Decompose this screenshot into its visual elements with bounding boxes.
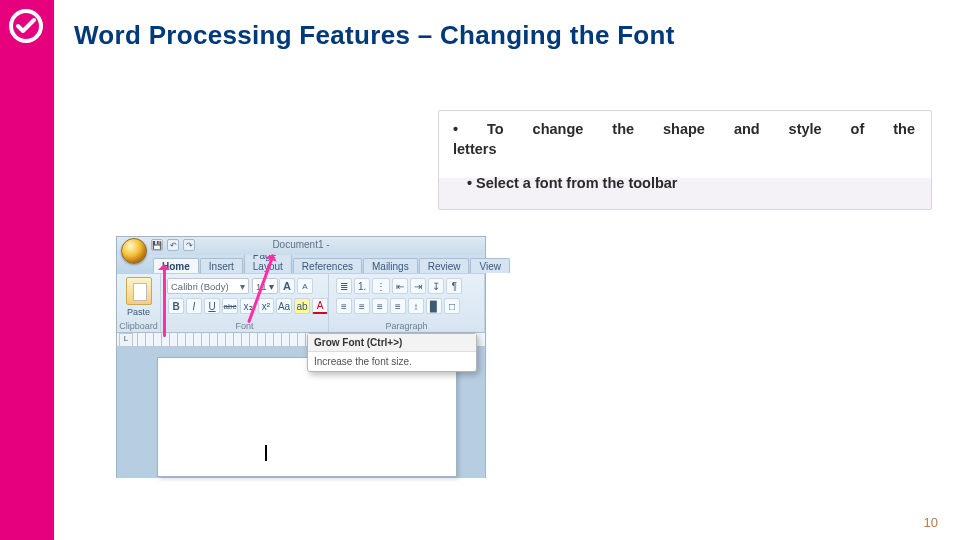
slide: Word Processing Features – Changing the … (0, 0, 960, 540)
group-clipboard: Paste Clipboard (117, 274, 161, 332)
chevron-down-icon: ▾ (240, 281, 245, 292)
align-left-button[interactable]: ≡ (336, 298, 352, 314)
tab-mailings[interactable]: Mailings (363, 258, 418, 273)
show-marks-button[interactable]: ¶ (446, 278, 462, 294)
tab-references[interactable]: References (293, 258, 362, 273)
multilevel-list-button[interactable]: ⋮ (372, 278, 390, 294)
ribbon-tabs: Home Insert Page Layout References Maili… (117, 255, 485, 273)
instruction-panel: • To change the shape and style of the l… (438, 110, 932, 210)
font-color-button[interactable]: A (312, 298, 328, 314)
tab-selector[interactable]: L (119, 333, 133, 347)
window-title: Document1 - (117, 239, 485, 250)
justify-button[interactable]: ≡ (390, 298, 406, 314)
group-paragraph: ≣ 1. ⋮ ⇤ ⇥ ↧ ¶ ≡ ≡ ≡ ≡ ↕ ▉ □ Paragr (329, 274, 485, 332)
tab-insert[interactable]: Insert (200, 258, 243, 273)
group-font: Calibri (Body) ▾ 11 ▾ A A B I U abc x₂ (161, 274, 329, 332)
word-window: 💾 ↶ ↷ Document1 - Home Insert Page Layou… (116, 236, 486, 478)
office-button-icon[interactable] (121, 238, 147, 264)
ribbon: Paste Clipboard Calibri (Body) ▾ 11 ▾ A … (117, 273, 485, 333)
sidebar (0, 0, 54, 540)
line-spacing-button[interactable]: ↕ (408, 298, 424, 314)
paste-label: Paste (123, 307, 154, 317)
shrink-font-button[interactable]: A (297, 278, 313, 294)
align-right-button[interactable]: ≡ (372, 298, 388, 314)
annotation-arrow-icon (163, 267, 166, 337)
group-label-clipboard: Clipboard (117, 321, 160, 331)
bullet-1-line-2: letters (453, 141, 917, 157)
increase-indent-button[interactable]: ⇥ (410, 278, 426, 294)
bold-button[interactable]: B (168, 298, 184, 314)
grow-font-button[interactable]: A (279, 278, 295, 294)
chevron-down-icon: ▾ (269, 281, 274, 292)
highlight-button[interactable]: ab (294, 298, 310, 314)
group-label-paragraph: Paragraph (329, 321, 484, 331)
page[interactable] (157, 357, 457, 477)
tooltip: Grow Font (Ctrl+>) Increase the font siz… (307, 333, 477, 372)
font-name-dropdown[interactable]: Calibri (Body) ▾ (167, 278, 249, 294)
decrease-indent-button[interactable]: ⇤ (392, 278, 408, 294)
italic-button[interactable]: I (186, 298, 202, 314)
checkmark-logo-icon (6, 6, 46, 46)
superscript-button[interactable]: x² (258, 298, 274, 314)
group-label-font: Font (161, 321, 328, 331)
bullet-1-line-1: • To change the shape and style of the (453, 121, 917, 137)
underline-button[interactable]: U (204, 298, 220, 314)
slide-title: Word Processing Features – Changing the … (74, 20, 675, 51)
titlebar: 💾 ↶ ↷ Document1 - (117, 237, 485, 255)
align-center-button[interactable]: ≡ (354, 298, 370, 314)
bullet-2: • Select a font from the toolbar (453, 175, 917, 191)
text-cursor-icon (265, 445, 267, 461)
borders-button[interactable]: □ (444, 298, 460, 314)
bullets-button[interactable]: ≣ (336, 278, 352, 294)
paste-icon[interactable] (126, 277, 152, 305)
tab-review[interactable]: Review (419, 258, 470, 273)
page-number: 10 (924, 515, 938, 530)
change-case-button[interactable]: Aa (276, 298, 292, 314)
tab-view[interactable]: View (470, 258, 510, 273)
strikethrough-button[interactable]: abc (222, 298, 238, 314)
tooltip-body: Increase the font size. (308, 352, 476, 371)
font-name-value: Calibri (Body) (171, 281, 229, 292)
numbering-button[interactable]: 1. (354, 278, 370, 294)
tooltip-title: Grow Font (Ctrl+>) (308, 334, 476, 352)
sort-button[interactable]: ↧ (428, 278, 444, 294)
shading-button[interactable]: ▉ (426, 298, 442, 314)
